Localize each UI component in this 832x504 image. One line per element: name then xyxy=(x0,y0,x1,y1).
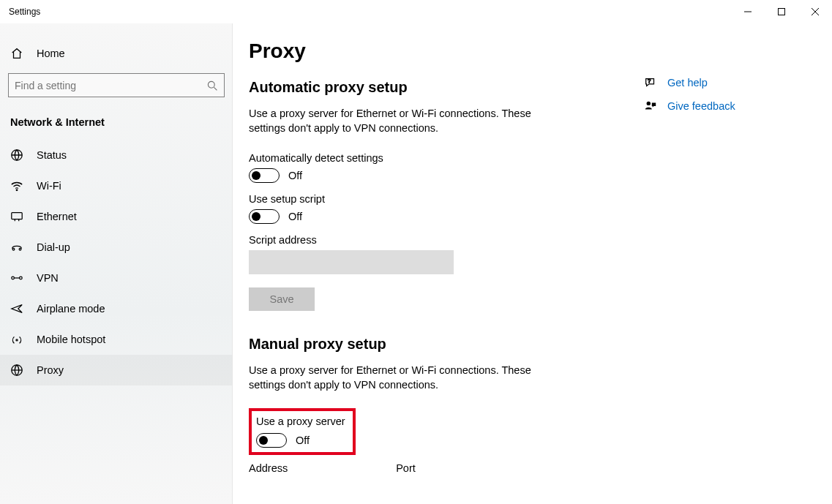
airplane-icon xyxy=(10,302,23,315)
svg-point-11 xyxy=(12,248,15,250)
sidebar-item-label: Status xyxy=(37,149,67,161)
svg-point-4 xyxy=(208,81,214,88)
sidebar-item-vpn[interactable]: VPN xyxy=(0,263,233,293)
svg-point-16 xyxy=(16,339,18,341)
svg-point-20 xyxy=(647,102,651,105)
script-address-input xyxy=(249,250,454,274)
wifi-icon xyxy=(10,179,23,192)
give-feedback-label: Give feedback xyxy=(667,100,735,112)
give-feedback-link[interactable]: Give feedback xyxy=(644,99,803,113)
main-content: Proxy Automatic proxy setup Use a proxy … xyxy=(233,23,832,504)
search-input-container[interactable] xyxy=(8,73,225,97)
get-help-label: Get help xyxy=(667,77,708,89)
hotspot-icon xyxy=(10,333,23,346)
window-title: Settings xyxy=(9,7,40,17)
auto-detect-toggle[interactable] xyxy=(249,168,280,183)
ethernet-icon xyxy=(10,210,23,223)
page-title: Proxy xyxy=(249,40,615,63)
maximize-button[interactable] xyxy=(765,0,798,23)
manual-section-title: Manual proxy setup xyxy=(249,336,615,353)
chat-help-icon: ? xyxy=(644,76,657,89)
proxy-icon xyxy=(10,364,23,377)
window-controls xyxy=(731,0,832,23)
auto-detect-label: Automatically detect settings xyxy=(249,152,615,164)
sidebar-item-label: Ethernet xyxy=(37,211,77,222)
dialup-icon xyxy=(10,241,23,254)
svg-rect-8 xyxy=(12,213,22,219)
svg-text:?: ? xyxy=(648,78,651,84)
manual-section-desc: Use a proxy server for Ethernet or Wi-Fi… xyxy=(249,363,556,393)
sidebar-item-status[interactable]: Status xyxy=(0,140,233,170)
titlebar: Settings xyxy=(0,0,832,23)
sidebar-item-label: Proxy xyxy=(37,364,64,376)
search-icon xyxy=(206,80,218,91)
sidebar-item-label: Wi-Fi xyxy=(37,180,61,192)
home-icon xyxy=(10,47,23,60)
use-script-toggle[interactable] xyxy=(249,209,280,224)
sidebar-item-label: Dial-up xyxy=(37,241,70,253)
svg-point-14 xyxy=(20,277,23,279)
sidebar-item-ethernet[interactable]: Ethernet xyxy=(0,201,233,232)
sidebar-item-airplane[interactable]: Airplane mode xyxy=(0,293,233,324)
svg-point-7 xyxy=(16,189,18,191)
use-script-label: Use setup script xyxy=(249,193,615,205)
use-proxy-toggle[interactable] xyxy=(256,433,287,448)
help-panel: ? Get help Give feedback xyxy=(644,40,803,504)
sidebar-home-label: Home xyxy=(37,48,65,59)
auto-section-title: Automatic proxy setup xyxy=(249,79,615,96)
auto-detect-state: Off xyxy=(288,170,302,181)
svg-line-5 xyxy=(214,87,217,90)
sidebar-item-label: Airplane mode xyxy=(37,303,105,315)
sidebar-item-dialup[interactable]: Dial-up xyxy=(0,232,233,263)
vpn-icon xyxy=(10,271,23,285)
sidebar-home[interactable]: Home xyxy=(0,41,233,73)
save-button-label: Save xyxy=(269,293,293,305)
sidebar-item-hotspot[interactable]: Mobile hotspot xyxy=(0,324,233,355)
get-help-link[interactable]: ? Get help xyxy=(644,76,803,89)
svg-rect-1 xyxy=(779,9,785,15)
sidebar-item-label: VPN xyxy=(37,272,59,284)
sidebar-category-title: Network & Internet xyxy=(0,110,233,140)
sidebar-item-wifi[interactable]: Wi-Fi xyxy=(0,170,233,201)
search-input[interactable] xyxy=(15,80,206,91)
port-label: Port xyxy=(396,462,416,474)
highlight-box: Use a proxy server Off xyxy=(249,408,356,455)
script-address-label: Script address xyxy=(249,234,615,246)
globe-icon xyxy=(10,148,23,162)
auto-section-desc: Use a proxy server for Ethernet or Wi-Fi… xyxy=(249,106,556,136)
save-button: Save xyxy=(249,287,315,311)
close-button[interactable] xyxy=(798,0,832,23)
minimize-button[interactable] xyxy=(731,0,765,23)
use-proxy-state: Off xyxy=(296,435,310,446)
feedback-icon xyxy=(644,99,657,113)
svg-point-13 xyxy=(12,277,15,279)
use-proxy-label: Use a proxy server xyxy=(256,415,345,427)
address-label: Address xyxy=(249,462,288,474)
sidebar-item-label: Mobile hotspot xyxy=(37,334,105,345)
sidebar: Home Network & Internet Status Wi-Fi xyxy=(0,23,233,504)
sidebar-item-proxy[interactable]: Proxy xyxy=(0,355,233,385)
svg-point-12 xyxy=(19,248,21,250)
use-script-state: Off xyxy=(288,211,302,222)
